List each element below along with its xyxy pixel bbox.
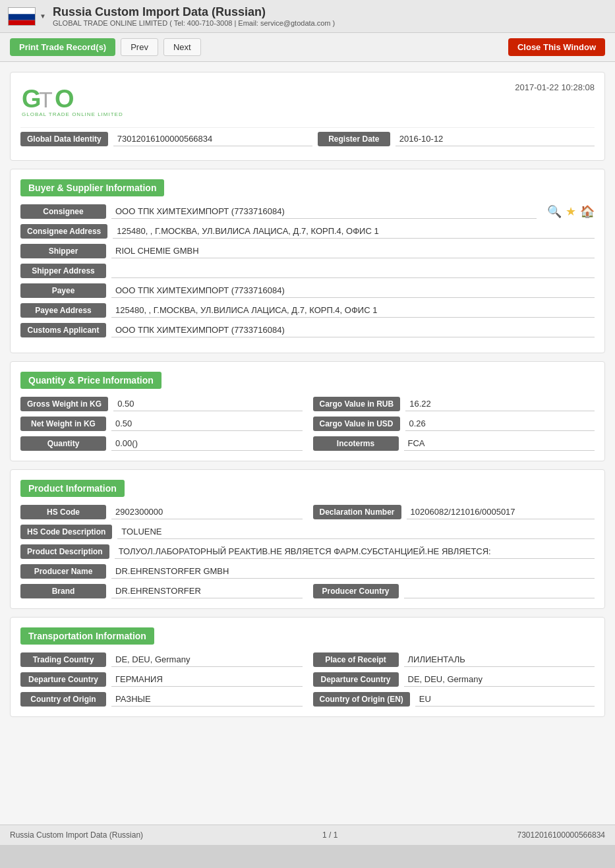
- prev-button[interactable]: Prev: [121, 38, 158, 56]
- main-content: G T O GLOBAL TRADE ONLINE LIMITED 2017-0…: [0, 62, 615, 825]
- trading-country-value: DE, DEU, Germany: [111, 652, 303, 667]
- footer-right: 73012016100000566834: [517, 830, 605, 840]
- producer-country-value: [404, 584, 595, 598]
- shipper-label: Shipper: [20, 244, 106, 258]
- brand-producer-grid: Brand DR.EHRENSTORFER Producer Country: [20, 584, 595, 598]
- search-icon[interactable]: 🔍: [547, 204, 562, 219]
- consignee-address-value: 125480, , Г.МОСКВА, УЛ.ВИЛИСА ЛАЦИСА, Д.…: [113, 224, 595, 239]
- country-of-origin-en-label: Country of Origin (EN): [313, 692, 410, 707]
- brand-label: Brand: [20, 584, 106, 598]
- home-icon[interactable]: 🏠: [580, 204, 595, 219]
- star-icon[interactable]: ★: [566, 204, 576, 219]
- footer-bar: Russia Custom Import Data (Russian) 1 / …: [0, 825, 615, 845]
- product-section: Product Information HS Code 2902300000 D…: [10, 469, 605, 609]
- app-subtitle: GLOBAL TRADE ONLINE LIMITED ( Tel: 400-7…: [53, 19, 607, 27]
- net-weight-value: 0.50: [111, 417, 303, 431]
- global-data-identity-label: Global Data Identity: [20, 132, 108, 146]
- hs-code-desc-value: TOLUENE: [117, 525, 595, 539]
- country-of-origin-en-value: EU: [415, 692, 595, 707]
- gross-weight-value: 0.50: [113, 397, 302, 411]
- payee-label: Payee: [20, 283, 106, 298]
- shipper-address-label: Shipper Address: [20, 264, 106, 278]
- svg-text:T: T: [39, 87, 53, 112]
- incoterms-label: Incoterms: [313, 436, 399, 451]
- departure-country-row: Departure Country ГЕРМАНИЯ: [20, 672, 303, 687]
- customs-applicant-label: Customs Applicant: [20, 323, 106, 337]
- departure-country-en-label: Departure Country: [313, 672, 399, 687]
- quantity-price-title: Quantity & Price Information: [20, 372, 161, 389]
- footer-center: 1 / 1: [322, 830, 337, 840]
- consignee-label: Consignee: [20, 204, 106, 219]
- declaration-number-value: 10206082/121016/0005017: [407, 505, 595, 519]
- cargo-rub-value: 16.22: [405, 397, 595, 411]
- print-button[interactable]: Print Trade Record(s): [10, 38, 115, 56]
- country-of-origin-row: Country of Origin РАЗНЫЕ: [20, 692, 303, 707]
- hs-code-label: HS Code: [20, 505, 106, 519]
- hs-code-value: 2902300000: [111, 505, 303, 519]
- register-date-value: 2016-10-12: [395, 132, 595, 146]
- product-desc-value: ТОЛУОЛ.ЛАБОРАТОРНЫЙ РЕАКТИВ.НЕ ЯВЛЯЕТСЯ …: [115, 544, 595, 559]
- svg-rect-2: [9, 20, 36, 25]
- hs-code-desc-row: HS Code Description TOLUENE: [20, 525, 595, 539]
- customs-applicant-value: ООО ТПК ХИМТЕХИМПОРТ (7733716084): [111, 323, 595, 337]
- register-date-label: Register Date: [318, 132, 390, 146]
- toolbar: Print Trade Record(s) Prev Next Close Th…: [0, 33, 615, 62]
- cargo-rub-label: Cargo Value in RUB: [313, 397, 401, 411]
- shipper-value: RIOL CHEMIE GMBH: [111, 244, 595, 258]
- logo-svg: G T O: [20, 82, 80, 115]
- transportation-section: Transportation Information Trading Count…: [10, 617, 605, 717]
- product-desc-row: Product Description ТОЛУОЛ.ЛАБОРАТОРНЫЙ …: [20, 544, 595, 559]
- cargo-usd-row: Cargo Value in USD 0.26: [313, 417, 595, 431]
- consignee-address-label: Consignee Address: [20, 224, 107, 239]
- footer-left: Russia Custom Import Data (Russian): [10, 830, 143, 840]
- trading-country-row: Trading Country DE, DEU, Germany: [20, 652, 303, 667]
- quantity-price-grid: Gross Weight in KG 0.50 Cargo Value in R…: [20, 397, 595, 451]
- svg-text:O: O: [55, 85, 74, 113]
- country-of-origin-value: РАЗНЫЕ: [111, 692, 303, 707]
- net-weight-label: Net Weight in KG: [20, 417, 106, 431]
- hs-code-row: HS Code 2902300000: [20, 505, 303, 519]
- consignee-value: ООО ТПК ХИМТЕХИМПОРТ (7733716084): [111, 204, 537, 219]
- product-top-grid: HS Code 2902300000 Declaration Number 10…: [20, 505, 595, 519]
- consignee-row: Consignee ООО ТПК ХИМТЕХИМПОРТ (77337160…: [20, 204, 595, 219]
- close-button[interactable]: Close This Window: [508, 38, 605, 56]
- country-of-origin-label: Country of Origin: [20, 692, 106, 707]
- payee-address-row: Payee Address 125480, , Г.МОСКВА, УЛ.ВИЛ…: [20, 303, 595, 318]
- departure-country-en-value: DE, DEU, Germany: [404, 672, 595, 687]
- quantity-label: Quantity: [20, 436, 106, 451]
- transportation-grid: Trading Country DE, DEU, Germany Place o…: [20, 652, 595, 707]
- producer-name-row: Producer Name DR.EHRENSTORFER GMBH: [20, 564, 595, 579]
- producer-name-value: DR.EHRENSTORFER GMBH: [111, 564, 595, 579]
- flag-dropdown[interactable]: ▼: [40, 13, 46, 20]
- brand-row: Brand DR.EHRENSTORFER: [20, 584, 303, 598]
- product-title: Product Information: [20, 480, 125, 497]
- departure-country-en-row: Departure Country DE, DEU, Germany: [313, 672, 595, 687]
- quantity-price-section: Quantity & Price Information Gross Weigh…: [10, 361, 605, 461]
- quantity-value: 0.00(): [111, 436, 303, 451]
- cargo-usd-label: Cargo Value in USD: [313, 417, 400, 431]
- departure-country-value: ГЕРМАНИЯ: [111, 672, 303, 687]
- producer-name-label: Producer Name: [20, 564, 106, 579]
- country-of-origin-en-row: Country of Origin (EN) EU: [313, 692, 595, 707]
- consignee-icons: 🔍 ★ 🏠: [547, 204, 595, 219]
- app-title: Russia Custom Import Data (Russian): [53, 5, 607, 19]
- cargo-rub-row: Cargo Value in RUB 16.22: [313, 397, 595, 411]
- consignee-address-row: Consignee Address 125480, , Г.МОСКВА, УЛ…: [20, 224, 595, 239]
- identity-row: Global Data Identity 7301201610000056683…: [20, 127, 595, 150]
- buyer-supplier-section: Buyer & Supplier Information Consignee О…: [10, 169, 605, 353]
- payee-address-label: Payee Address: [20, 303, 106, 318]
- shipper-address-value: [111, 264, 595, 278]
- net-weight-row: Net Weight in KG 0.50: [20, 417, 303, 431]
- cargo-usd-value: 0.26: [405, 417, 595, 431]
- svg-rect-1: [9, 14, 36, 20]
- next-button[interactable]: Next: [163, 38, 201, 56]
- incoterms-value: FCA: [404, 436, 595, 451]
- logo-label: GLOBAL TRADE ONLINE LIMITED: [22, 111, 123, 117]
- declaration-number-row: Declaration Number 10206082/121016/00050…: [313, 505, 595, 519]
- gross-weight-row: Gross Weight in KG 0.50: [20, 397, 303, 411]
- record-timestamp: 2017-01-22 10:28:08: [515, 82, 595, 92]
- hs-code-desc-label: HS Code Description: [20, 525, 112, 539]
- place-of-receipt-label: Place of Receipt: [313, 652, 399, 667]
- logo-area: G T O GLOBAL TRADE ONLINE LIMITED: [20, 82, 123, 117]
- producer-country-row: Producer Country: [313, 584, 595, 598]
